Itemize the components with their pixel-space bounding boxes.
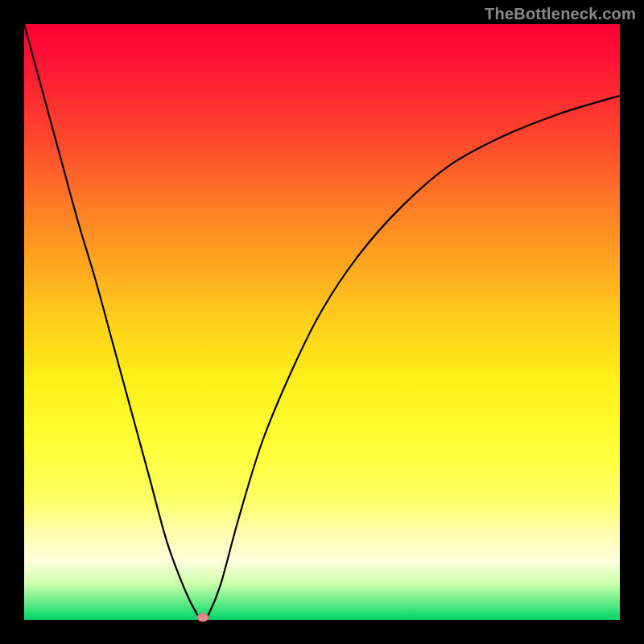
plot-svg <box>24 24 620 620</box>
chart-wrapper: TheBottleneck.com <box>0 0 644 644</box>
bottleneck-curve-line <box>24 24 620 620</box>
watermark-text: TheBottleneck.com <box>485 5 636 23</box>
minimum-point-marker <box>197 613 208 621</box>
